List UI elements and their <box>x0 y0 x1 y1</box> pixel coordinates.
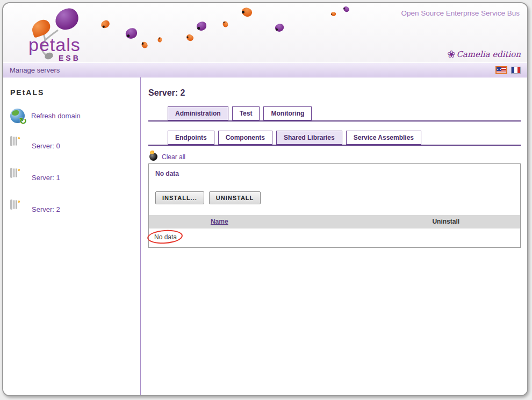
sidebar: PEtALS Refresh domain Server: 0 Server: … <box>3 77 141 396</box>
logo-esb-label: ESB <box>59 54 81 62</box>
sidebar-item-refresh-domain[interactable]: Refresh domain <box>10 109 140 123</box>
tabbar-primary: Administration Test Monitoring <box>148 106 521 122</box>
clear-all-link[interactable]: Clear all <box>149 153 198 161</box>
tab-test[interactable]: Test <box>232 106 260 120</box>
shared-libraries-panel: No data INSTALL... UNINSTALL Name Uninst… <box>148 163 521 248</box>
language-switcher <box>495 66 521 74</box>
camelia-flower-icon: ❀ <box>447 48 455 60</box>
server-label: Server: 0 <box>32 142 60 150</box>
column-spacer <box>290 215 372 228</box>
logo-wordmark: petals <box>28 34 81 55</box>
sidebar-item-server-0[interactable]: Server: 0 <box>10 137 140 155</box>
computer-icon <box>10 137 25 155</box>
petal-decoration <box>330 11 337 17</box>
tabbar-secondary: Endpoints Components Shared Libraries Se… <box>148 131 521 146</box>
us-flag-icon[interactable] <box>495 66 507 74</box>
uninstall-button[interactable]: UNINSTALL <box>209 191 261 204</box>
sidebar-item-server-1[interactable]: Server: 1 <box>10 169 140 187</box>
tagline: Open Source Enterprise Service Bus <box>401 9 520 17</box>
tab-endpoints[interactable]: Endpoints <box>168 131 214 145</box>
manage-servers-label: Manage servers <box>10 66 60 74</box>
bomb-icon <box>149 153 157 161</box>
petals-esb-logo: petals ESB <box>27 6 113 62</box>
no-data-message: No data <box>149 164 520 177</box>
tab-service-assemblies[interactable]: Service Assemblies <box>346 131 421 145</box>
petal-decoration <box>274 23 284 33</box>
content: PEtALS Refresh domain Server: 0 Server: … <box>3 77 527 396</box>
petal-decoration <box>125 27 138 40</box>
table-header-row: Name Uninstall <box>149 215 520 228</box>
table-row: No data <box>149 228 520 247</box>
tab-components[interactable]: Components <box>218 131 272 145</box>
petal-decoration <box>196 21 207 32</box>
app-window: petals ESB Open Source Enterprise Servic… <box>2 2 528 396</box>
petal-decoration <box>185 33 195 42</box>
red-ellipse-annotation <box>147 229 183 245</box>
petal-decoration <box>342 5 350 13</box>
edition-label: ❀ Camelia edition <box>447 48 521 60</box>
globe-refresh-icon <box>10 109 25 123</box>
edition-text: Camelia edition <box>456 49 521 59</box>
column-header-uninstall: Uninstall <box>372 215 520 228</box>
manage-servers-bar: Manage servers <box>3 62 527 77</box>
button-row: INSTALL... UNINSTALL <box>155 191 514 204</box>
install-button[interactable]: INSTALL... <box>155 191 204 204</box>
petal-decoration <box>240 5 254 19</box>
petal-decoration <box>141 41 148 49</box>
shared-libraries-table: Name Uninstall No data <box>149 215 520 247</box>
tab-administration[interactable]: Administration <box>168 106 228 120</box>
server-label: Server: 2 <box>32 205 60 213</box>
fr-flag-icon[interactable] <box>511 67 521 74</box>
sidebar-item-server-2[interactable]: Server: 2 <box>10 201 140 218</box>
sidebar-title: PEtALS <box>10 88 140 97</box>
tab-monitoring[interactable]: Monitoring <box>263 106 312 120</box>
petal-decoration <box>222 21 228 27</box>
tab-shared-libraries[interactable]: Shared Libraries <box>276 131 342 145</box>
server-label: Server: 1 <box>32 174 60 182</box>
computer-icon <box>10 201 25 218</box>
header: petals ESB Open Source Enterprise Servic… <box>3 3 527 62</box>
computer-icon <box>10 169 25 187</box>
page-title: Server: 2 <box>148 88 521 98</box>
refresh-domain-label: Refresh domain <box>31 112 81 120</box>
main-panel: Server: 2 Administration Test Monitoring… <box>141 77 527 396</box>
clear-all-label: Clear all <box>162 153 185 161</box>
petal-decoration <box>157 37 163 43</box>
column-header-name[interactable]: Name <box>211 218 228 225</box>
